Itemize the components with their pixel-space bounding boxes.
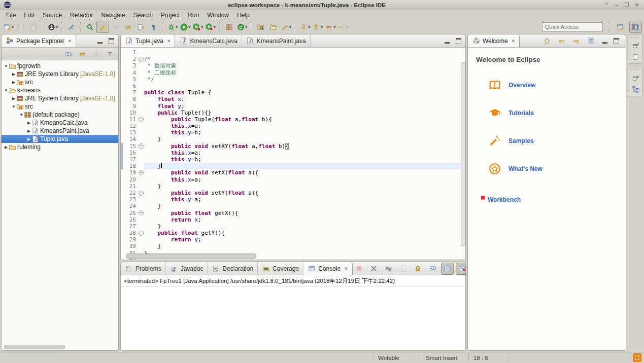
package-explorer-hscrollbar[interactable] — [3, 344, 117, 349]
menu-source[interactable]: Source — [39, 11, 66, 20]
tab-kmeanscalc-java[interactable]: JKmeansCalc.java — [175, 34, 242, 47]
scrollbar-handle[interactable] — [461, 62, 465, 246]
code-line-1[interactable]: 1 — [121, 49, 465, 56]
quick-access-input[interactable] — [542, 22, 603, 32]
open-element-button[interactable] — [134, 21, 147, 33]
menu-navigate[interactable]: Navigate — [97, 11, 129, 20]
tree-item-k-means[interactable]: ▼k-means — [2, 86, 118, 94]
restore-task-list-button[interactable] — [630, 40, 640, 50]
word-wrap-button[interactable] — [426, 263, 439, 275]
code-line-9[interactable]: 9 float y; — [121, 103, 465, 110]
code-line-15[interactable]: 15 public void setXY(float a,float b){ — [121, 143, 465, 150]
menu-run[interactable]: Run — [184, 11, 203, 20]
code-line-25[interactable]: 25 public float getX(){ — [121, 210, 465, 216]
chevron-right-icon[interactable]: ▶ — [4, 145, 9, 150]
menu-project[interactable]: Project — [157, 11, 184, 20]
code-line-6[interactable]: 6 — [121, 83, 465, 89]
minimize-view-button[interactable] — [600, 37, 609, 46]
open-perspective-button[interactable] — [614, 21, 627, 33]
remove-launch-button[interactable] — [367, 263, 380, 275]
save-all-button[interactable] — [27, 21, 40, 33]
dropdown-arrow-icon[interactable]: ▾ — [12, 25, 14, 29]
code-line-30[interactable]: 30 } — [121, 243, 465, 249]
code-line-29[interactable]: 29 return y; — [121, 236, 465, 243]
forward-button[interactable]: ⇨▾ — [336, 21, 349, 33]
smart-insert-mode-button[interactable] — [109, 21, 122, 33]
show-console-stderr-button[interactable] — [456, 263, 466, 275]
profile-button[interactable]: ▾ — [204, 21, 217, 33]
code-line-23[interactable]: 23 this.y=a; — [121, 196, 465, 203]
tree-item-kmeanspaint-java[interactable]: ▶JKmeansPaint.java — [2, 127, 118, 135]
code-editor[interactable]: 12/*3 * 数据对象4 * 二维坐标5 */67public class T… — [121, 48, 465, 260]
chevron-right-icon[interactable]: ▶ — [11, 72, 16, 77]
fold-collapse-icon[interactable] — [138, 230, 144, 236]
show-console-stdout-button[interactable] — [441, 263, 454, 275]
code-line-18[interactable]: 18 } — [121, 163, 465, 169]
open-task-button[interactable] — [84, 21, 96, 33]
drag-handle[interactable]: •••• — [631, 35, 639, 39]
chevron-down-icon[interactable]: ▼ — [11, 104, 16, 109]
tab-welcome[interactable]: Welcome ✕ — [468, 34, 520, 47]
dropdown-arrow-icon[interactable]: ▾ — [346, 25, 348, 29]
dropdown-arrow-icon[interactable]: ▾ — [56, 25, 58, 29]
code-line-5[interactable]: 5 */ — [121, 76, 465, 83]
code-line-12[interactable]: 12 this.x=a; — [121, 123, 465, 129]
scrollbar-handle[interactable] — [4, 345, 65, 349]
editor-vscrollbar[interactable] — [460, 62, 465, 252]
tree-item-fpgrowth[interactable]: ▼fpgrowth — [2, 62, 118, 70]
tab-coverage[interactable]: Coverage — [258, 262, 303, 275]
minimize-view-button[interactable] — [95, 37, 105, 46]
clear-console-button[interactable] — [397, 263, 410, 275]
terminate-button[interactable] — [353, 263, 365, 275]
code-line-26[interactable]: 26 return x; — [121, 216, 465, 223]
chevron-down-icon[interactable]: ▼ — [4, 64, 9, 68]
code-line-27[interactable]: 27 } — [121, 223, 465, 230]
link-with-editor-button[interactable]: ⇄ — [76, 48, 89, 60]
shade-window-button[interactable]: ^ — [602, 2, 611, 8]
welcome-link-tutorials[interactable]: Tutorials — [488, 107, 626, 119]
tab-console[interactable]: Console✕ — [303, 262, 353, 275]
code-line-22[interactable]: 22 public void setY(float a){ — [121, 190, 465, 196]
customize-page-button[interactable] — [585, 35, 597, 47]
chevron-down-icon[interactable]: ▼ — [4, 88, 9, 93]
back-button[interactable]: ⇦▾ — [324, 21, 336, 33]
dropdown-arrow-icon[interactable]: ▾ — [214, 25, 216, 29]
run-button[interactable]: ▾ — [179, 21, 191, 33]
toggle-mark-occurrences-button[interactable] — [96, 21, 109, 33]
tree-item-ruleming[interactable]: ▶ruleming — [2, 143, 118, 151]
code-line-8[interactable]: 8 float x; — [121, 96, 465, 102]
code-line-3[interactable]: 3 * 数据对象 — [121, 62, 465, 69]
tree-item-src[interactable]: ▼src — [2, 102, 118, 111]
tab-package-explorer[interactable]: Package Explorer ✕ — [2, 34, 76, 47]
fold-collapse-icon[interactable] — [138, 169, 144, 176]
menu-help[interactable]: Help — [233, 11, 254, 20]
editor-hscrollbar-handle[interactable] — [126, 253, 256, 259]
forward-button[interactable]: ⇨ — [570, 35, 583, 47]
code-line-21[interactable]: 21 } — [121, 183, 465, 190]
home-button[interactable] — [540, 35, 553, 47]
tab-javadoc[interactable]: @Javadoc — [166, 262, 208, 275]
tree-item--default-package-[interactable]: ▼(default package) — [2, 111, 118, 119]
drag-handle[interactable]: •••• — [631, 68, 639, 71]
code-line-28[interactable]: 28 public float getY(){ — [121, 230, 465, 236]
dropdown-arrow-icon[interactable]: ▾ — [188, 25, 190, 29]
menu-refactor[interactable]: Refactor — [66, 11, 97, 20]
maximize-view-button[interactable] — [107, 37, 116, 46]
tree-item-jre-system-library[interactable]: ▶JRE System Library[JavaSE-1.8] — [2, 70, 118, 78]
console-output-area[interactable] — [121, 287, 465, 350]
dropdown-arrow-icon[interactable]: ▾ — [176, 25, 178, 29]
remove-all-terminated-button[interactable] — [382, 263, 395, 275]
tab-declaration[interactable]: Declaration — [208, 262, 258, 275]
collapse-all-button[interactable] — [62, 48, 75, 60]
chevron-right-icon[interactable]: ▶ — [26, 121, 31, 125]
code-line-10[interactable]: 10 public Tuple(){} — [121, 110, 465, 116]
java-perspective-button[interactable]: J — [629, 21, 642, 33]
menu-search[interactable]: Search — [129, 11, 157, 20]
fold-collapse-icon[interactable] — [138, 190, 144, 196]
open-resource-button[interactable] — [267, 21, 280, 33]
close-window-button[interactable]: ✕ — [633, 2, 641, 8]
last-edit-location-button[interactable]: ⇩▾ — [298, 21, 311, 33]
restore-outline-button[interactable] — [630, 72, 640, 83]
workbench-link[interactable]: Workbench — [481, 196, 626, 203]
code-line-20[interactable]: 20 this.x=a; — [121, 176, 465, 183]
